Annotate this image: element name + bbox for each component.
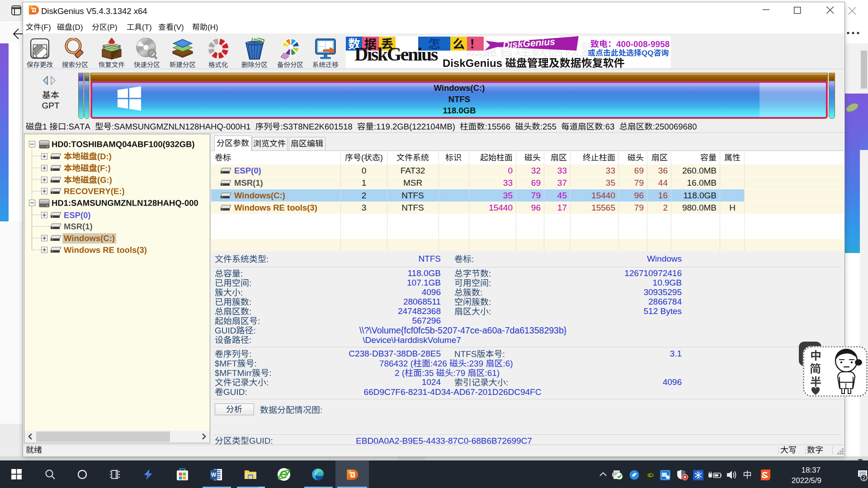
svg-text:W: W xyxy=(211,472,217,478)
svg-text:2: 2 xyxy=(863,475,865,480)
